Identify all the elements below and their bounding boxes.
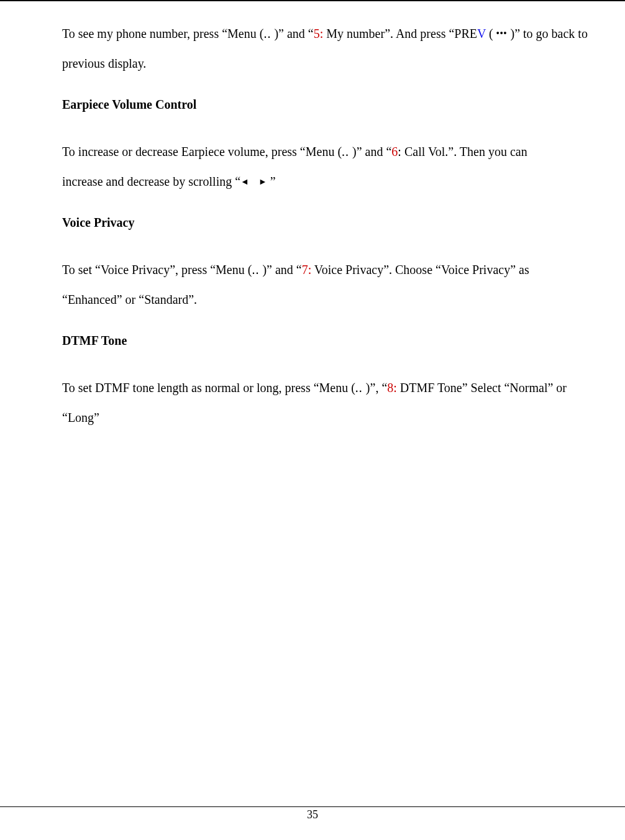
menu-dots-icon: .. [342, 145, 349, 158]
text: My number”. And press “PRE [323, 27, 477, 40]
heading-earpiece-volume: Earpiece Volume Control [62, 89, 588, 119]
menu-item-number-6: 6 [391, 145, 398, 158]
page-body: To see my phone number, press “Menu (.. … [62, 19, 588, 432]
paragraph-voice-privacy: To set “Voice Privacy”, press “Menu (.. … [62, 255, 588, 314]
paragraph-earpiece-volume-1: To increase or decrease Earpiece volume,… [62, 137, 588, 167]
document-page: To see my phone number, press “Menu (.. … [0, 0, 625, 840]
text: increase and decrease by scrolling “ [62, 175, 240, 188]
paragraph-my-number: To see my phone number, press “Menu (.. … [62, 19, 588, 78]
text: To increase or decrease Earpiece volume,… [62, 145, 342, 158]
page-footer: 35 [0, 806, 625, 821]
text: )” and “ [262, 263, 301, 276]
text: )”, “ [366, 381, 387, 395]
text: : Call Vol.”. Then you can [398, 145, 527, 158]
menu-item-number-8: 8: [387, 381, 397, 395]
menu-item-number-5: 5: [314, 27, 324, 40]
text: )” and “ [352, 145, 391, 158]
menu-dots-icon: .. [252, 263, 259, 276]
text: To set DTMF tone length as normal or lon… [62, 381, 355, 395]
menu-dots-icon: .. [355, 381, 363, 395]
text: ( [486, 27, 493, 40]
text: To set “Voice Privacy”, press “Menu ( [62, 263, 252, 276]
text: To see my phone number, press “Menu ( [62, 27, 263, 40]
paragraph-earpiece-volume-2: increase and decrease by scrolling “◄ ► … [62, 167, 588, 196]
menu-item-number-7: 7: [302, 263, 312, 276]
prev-v-letter: V [477, 27, 486, 40]
text: )” and “ [274, 27, 313, 40]
page-number: 35 [307, 808, 318, 821]
menu-dots-icon: .. [263, 27, 271, 40]
paragraph-dtmf-tone: To set DTMF tone length as normal or lon… [62, 373, 588, 432]
arrow-right-icon: ► [258, 177, 267, 186]
heading-voice-privacy: Voice Privacy [62, 208, 588, 237]
three-dots-icon: ••• [496, 29, 508, 38]
heading-dtmf-tone: DTMF Tone [62, 326, 588, 355]
text: ” [270, 175, 276, 188]
arrow-left-icon: ◄ [240, 177, 249, 186]
